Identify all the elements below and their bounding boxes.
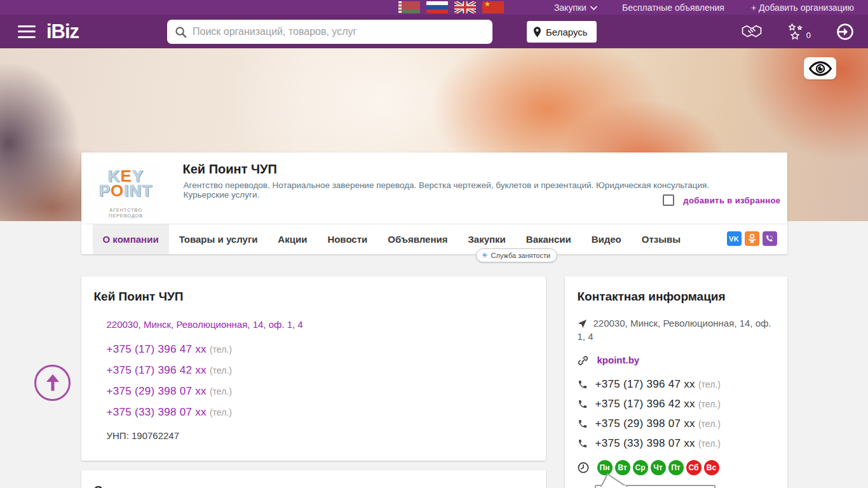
search-input[interactable] xyxy=(193,26,485,37)
day-badge[interactable]: Вс xyxy=(704,460,719,475)
login-icon[interactable] xyxy=(836,23,854,41)
logo-letter: INT xyxy=(124,181,153,200)
left-column: Кей Поинт ЧУП 220030, Минск, Революционн… xyxy=(81,276,546,488)
tab-promotions[interactable]: Акции xyxy=(268,224,317,254)
search-bar xyxy=(167,20,492,44)
viber-icon[interactable] xyxy=(763,231,777,246)
asterisk-icon: ✳ xyxy=(482,251,488,260)
flag-uk-icon[interactable] xyxy=(454,1,476,13)
search-icon xyxy=(175,26,187,38)
location-label: Беларусь xyxy=(546,27,588,37)
about-card: Кей Поинт ЧУП 220030, Минск, Революционн… xyxy=(81,276,546,461)
phone-type-label: (тел.) xyxy=(698,419,721,429)
content-columns: Кей Поинт ЧУП 220030, Минск, Революционн… xyxy=(81,276,787,488)
site-logo[interactable]: iBiz xyxy=(46,20,79,43)
social-buttons: VK xyxy=(727,231,777,246)
odnoklassniki-icon[interactable] xyxy=(745,231,759,246)
popup-notch xyxy=(600,473,628,487)
phone-row: +375 (33) 398 07 xx (тел.) xyxy=(107,406,533,419)
map-section-title: Схема проезда xyxy=(94,484,533,488)
contact-phone-row: +375 (17) 396 47 xx (тел.) xyxy=(578,378,775,391)
procurement-label: Закупки xyxy=(554,3,587,13)
phone-type-label: (тел.) xyxy=(698,379,721,390)
phone-type-label: (тел.) xyxy=(210,365,232,376)
phone-row: +375 (17) 396 47 xx (тел.) xyxy=(107,343,533,356)
phone-link[interactable]: +375 (17) 396 42 xx xyxy=(107,364,207,376)
about-title: Кей Поинт ЧУП xyxy=(94,290,533,304)
phone-link[interactable]: +375 (33) 398 07 xx xyxy=(595,437,695,450)
tab-ads[interactable]: Объявления xyxy=(377,224,458,254)
flag-belarus-icon[interactable] xyxy=(398,1,420,13)
phone-type-label: (тел.) xyxy=(210,407,232,417)
eye-icon xyxy=(809,61,832,76)
page: Закупки Бесплатные объявления + Добавить… xyxy=(0,0,868,488)
main-header: iBiz Беларусь xyxy=(0,15,868,48)
topbar-add-organization-link[interactable]: + Добавить организацию xyxy=(751,3,854,13)
logo-key-ring-icon: O xyxy=(111,181,124,200)
phone-row: +375 (17) 396 42 xx (тел.) xyxy=(107,364,533,377)
map-card: Схема проезда xyxy=(81,470,546,488)
clock-icon xyxy=(578,462,589,473)
tab-video[interactable]: Видео xyxy=(581,224,632,254)
favorite-label: добавить в избранное xyxy=(683,196,780,205)
navigation-arrow-icon xyxy=(578,319,587,329)
vk-icon[interactable]: VK xyxy=(727,231,742,246)
favorite-checkbox[interactable] xyxy=(663,194,674,206)
up-arrow-icon xyxy=(44,374,61,393)
flag-russia-icon[interactable] xyxy=(426,1,448,13)
topbar-procurement-link[interactable]: Закупки xyxy=(554,3,595,13)
link-icon xyxy=(578,356,588,365)
views-eye-button[interactable] xyxy=(804,57,836,79)
phone-link[interactable]: +375 (17) 396 47 xx xyxy=(595,378,695,391)
phone-type-label: (тел.) xyxy=(210,386,232,396)
day-badge[interactable]: Чт xyxy=(651,460,666,475)
hamburger-menu-icon[interactable] xyxy=(18,25,36,38)
company-name: Кей Поинт ЧУП xyxy=(183,162,277,177)
phone-type-label: (тел.) xyxy=(698,399,721,409)
company-address-link[interactable]: 220030, Минск, Революционная, 14, оф. 1,… xyxy=(107,319,303,330)
language-flags xyxy=(398,1,504,13)
contact-address-row: 220030, Минск, Революционная, 14, оф. 1,… xyxy=(578,316,775,343)
favorites-stars-icon[interactable]: 0 xyxy=(788,24,811,40)
phone-link[interactable]: +375 (29) 398 07 xx xyxy=(595,417,695,430)
contact-info-card: Контактная информация 220030, Минск, Рев… xyxy=(565,276,787,488)
day-badge[interactable]: Пт xyxy=(668,460,684,475)
company-tabs: О компании Товары и услуги Акции Новости… xyxy=(81,224,787,254)
flag-china-icon[interactable] xyxy=(482,1,504,13)
location-pin-icon xyxy=(533,27,541,37)
contact-phone-row: +375 (33) 398 07 xx (тел.) xyxy=(578,437,775,450)
company-website-link[interactable]: kpoint.by xyxy=(597,355,640,365)
unp-number: УНП: 190762247 xyxy=(107,430,533,441)
tab-reviews[interactable]: Отзывы xyxy=(632,224,691,254)
phone-link[interactable]: +375 (29) 398 07 xx xyxy=(107,385,207,397)
header-icons: 0 xyxy=(741,15,854,48)
tab-products[interactable]: Товары и услуги xyxy=(169,224,268,254)
phone-icon xyxy=(578,379,588,390)
phone-type-label: (тел.) xyxy=(210,344,232,355)
day-badge[interactable]: Ср xyxy=(633,460,648,475)
location-selector[interactable]: Беларусь xyxy=(527,21,597,43)
favorites-count: 0 xyxy=(806,30,811,40)
scroll-to-top-button[interactable] xyxy=(34,365,71,401)
phone-row: +375 (29) 398 07 xx (тел.) xyxy=(107,385,533,398)
day-badge[interactable]: Сб xyxy=(686,460,702,475)
company-description: Агентство переводов. Нотариальное завере… xyxy=(184,180,743,200)
phone-icon xyxy=(578,419,588,429)
phone-link[interactable]: +375 (33) 398 07 xx xyxy=(107,406,207,418)
add-to-favorites[interactable]: добавить в избранное xyxy=(663,194,780,206)
phone-link[interactable]: +375 (17) 396 47 xx xyxy=(107,343,207,355)
hours-popup: 09:30 - 18:00 xyxy=(595,485,715,488)
vacancy-tooltip-text: Служба занятости xyxy=(491,252,551,259)
contact-phone-row: +375 (29) 398 07 xx (тел.) xyxy=(578,417,775,430)
logo-subtitle: АГЕНТСТВО ПЕРЕВОДОВ xyxy=(93,207,159,219)
top-bar: Закупки Бесплатные объявления + Добавить… xyxy=(0,0,868,15)
phone-type-label: (тел.) xyxy=(698,438,721,449)
partners-handshake-icon[interactable] xyxy=(741,24,763,40)
tab-news[interactable]: Новости xyxy=(317,224,377,254)
company-logo[interactable]: KEY POINT АГЕНТСТВО ПЕРЕВОДОВ xyxy=(93,164,159,219)
vacancy-tooltip: ✳ Служба занятости xyxy=(476,248,558,262)
phone-link[interactable]: +375 (17) 396 42 xx xyxy=(595,398,695,410)
contact-phone-row: +375 (17) 396 42 xx (тел.) xyxy=(578,398,775,410)
topbar-free-ads-link[interactable]: Бесплатные объявления xyxy=(622,3,724,13)
tab-about[interactable]: О компании xyxy=(93,224,169,254)
